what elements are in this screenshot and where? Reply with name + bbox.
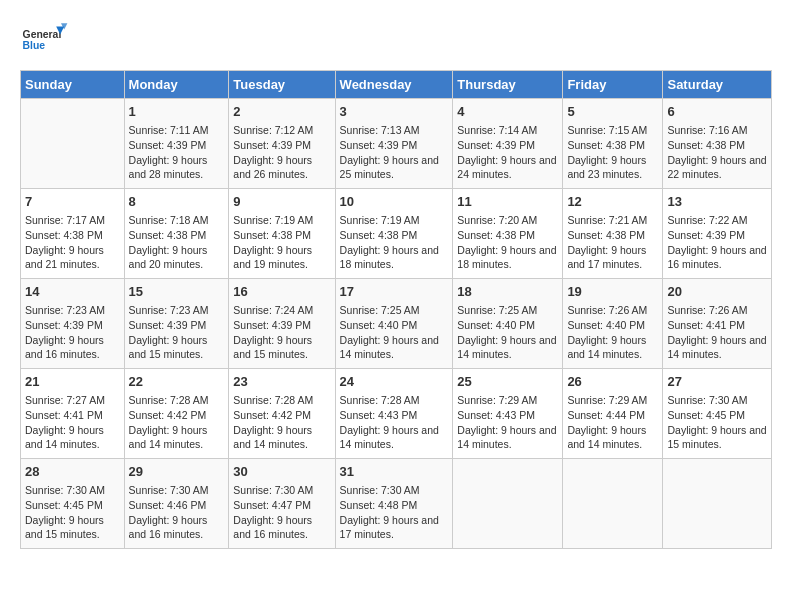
day-detail: Sunrise: 7:26 AMSunset: 4:41 PMDaylight:… xyxy=(667,303,767,362)
weekday-header-wednesday: Wednesday xyxy=(335,71,453,99)
calendar-cell: 27Sunrise: 7:30 AMSunset: 4:45 PMDayligh… xyxy=(663,369,772,459)
weekday-header-row: SundayMondayTuesdayWednesdayThursdayFrid… xyxy=(21,71,772,99)
day-detail: Sunrise: 7:29 AMSunset: 4:43 PMDaylight:… xyxy=(457,393,558,452)
day-number: 28 xyxy=(25,463,120,481)
page-header: General Blue xyxy=(20,20,772,60)
calendar-cell: 14Sunrise: 7:23 AMSunset: 4:39 PMDayligh… xyxy=(21,279,125,369)
calendar-week-2: 7Sunrise: 7:17 AMSunset: 4:38 PMDaylight… xyxy=(21,189,772,279)
calendar-cell: 2Sunrise: 7:12 AMSunset: 4:39 PMDaylight… xyxy=(229,99,335,189)
calendar-cell: 5Sunrise: 7:15 AMSunset: 4:38 PMDaylight… xyxy=(563,99,663,189)
weekday-header-saturday: Saturday xyxy=(663,71,772,99)
day-detail: Sunrise: 7:28 AMSunset: 4:43 PMDaylight:… xyxy=(340,393,449,452)
day-detail: Sunrise: 7:23 AMSunset: 4:39 PMDaylight:… xyxy=(129,303,225,362)
day-detail: Sunrise: 7:20 AMSunset: 4:38 PMDaylight:… xyxy=(457,213,558,272)
day-number: 15 xyxy=(129,283,225,301)
day-detail: Sunrise: 7:30 AMSunset: 4:47 PMDaylight:… xyxy=(233,483,330,542)
calendar-week-5: 28Sunrise: 7:30 AMSunset: 4:45 PMDayligh… xyxy=(21,459,772,549)
day-number: 16 xyxy=(233,283,330,301)
day-number: 14 xyxy=(25,283,120,301)
calendar-cell: 11Sunrise: 7:20 AMSunset: 4:38 PMDayligh… xyxy=(453,189,563,279)
day-number: 22 xyxy=(129,373,225,391)
logo-icon: General Blue xyxy=(20,20,70,60)
day-number: 27 xyxy=(667,373,767,391)
calendar-cell: 15Sunrise: 7:23 AMSunset: 4:39 PMDayligh… xyxy=(124,279,229,369)
calendar-cell: 22Sunrise: 7:28 AMSunset: 4:42 PMDayligh… xyxy=(124,369,229,459)
calendar-week-1: 1Sunrise: 7:11 AMSunset: 4:39 PMDaylight… xyxy=(21,99,772,189)
day-number: 20 xyxy=(667,283,767,301)
day-detail: Sunrise: 7:30 AMSunset: 4:45 PMDaylight:… xyxy=(25,483,120,542)
day-number: 19 xyxy=(567,283,658,301)
calendar-cell: 29Sunrise: 7:30 AMSunset: 4:46 PMDayligh… xyxy=(124,459,229,549)
day-detail: Sunrise: 7:23 AMSunset: 4:39 PMDaylight:… xyxy=(25,303,120,362)
day-number: 8 xyxy=(129,193,225,211)
calendar-cell: 10Sunrise: 7:19 AMSunset: 4:38 PMDayligh… xyxy=(335,189,453,279)
day-detail: Sunrise: 7:30 AMSunset: 4:48 PMDaylight:… xyxy=(340,483,449,542)
day-number: 25 xyxy=(457,373,558,391)
day-number: 18 xyxy=(457,283,558,301)
day-detail: Sunrise: 7:22 AMSunset: 4:39 PMDaylight:… xyxy=(667,213,767,272)
calendar-cell: 9Sunrise: 7:19 AMSunset: 4:38 PMDaylight… xyxy=(229,189,335,279)
logo: General Blue xyxy=(20,20,70,60)
calendar-cell: 17Sunrise: 7:25 AMSunset: 4:40 PMDayligh… xyxy=(335,279,453,369)
calendar-cell: 23Sunrise: 7:28 AMSunset: 4:42 PMDayligh… xyxy=(229,369,335,459)
calendar-week-3: 14Sunrise: 7:23 AMSunset: 4:39 PMDayligh… xyxy=(21,279,772,369)
calendar-cell: 19Sunrise: 7:26 AMSunset: 4:40 PMDayligh… xyxy=(563,279,663,369)
day-detail: Sunrise: 7:25 AMSunset: 4:40 PMDaylight:… xyxy=(457,303,558,362)
weekday-header-friday: Friday xyxy=(563,71,663,99)
day-number: 10 xyxy=(340,193,449,211)
day-number: 5 xyxy=(567,103,658,121)
calendar-cell: 1Sunrise: 7:11 AMSunset: 4:39 PMDaylight… xyxy=(124,99,229,189)
calendar-cell xyxy=(663,459,772,549)
day-number: 6 xyxy=(667,103,767,121)
calendar-cell: 13Sunrise: 7:22 AMSunset: 4:39 PMDayligh… xyxy=(663,189,772,279)
day-number: 7 xyxy=(25,193,120,211)
calendar-table: SundayMondayTuesdayWednesdayThursdayFrid… xyxy=(20,70,772,549)
svg-text:Blue: Blue xyxy=(23,40,46,51)
day-number: 11 xyxy=(457,193,558,211)
day-detail: Sunrise: 7:19 AMSunset: 4:38 PMDaylight:… xyxy=(233,213,330,272)
day-detail: Sunrise: 7:27 AMSunset: 4:41 PMDaylight:… xyxy=(25,393,120,452)
day-detail: Sunrise: 7:11 AMSunset: 4:39 PMDaylight:… xyxy=(129,123,225,182)
day-detail: Sunrise: 7:25 AMSunset: 4:40 PMDaylight:… xyxy=(340,303,449,362)
day-detail: Sunrise: 7:18 AMSunset: 4:38 PMDaylight:… xyxy=(129,213,225,272)
calendar-cell: 8Sunrise: 7:18 AMSunset: 4:38 PMDaylight… xyxy=(124,189,229,279)
day-number: 13 xyxy=(667,193,767,211)
day-number: 17 xyxy=(340,283,449,301)
day-number: 26 xyxy=(567,373,658,391)
calendar-cell: 20Sunrise: 7:26 AMSunset: 4:41 PMDayligh… xyxy=(663,279,772,369)
day-detail: Sunrise: 7:29 AMSunset: 4:44 PMDaylight:… xyxy=(567,393,658,452)
day-detail: Sunrise: 7:28 AMSunset: 4:42 PMDaylight:… xyxy=(233,393,330,452)
calendar-cell: 28Sunrise: 7:30 AMSunset: 4:45 PMDayligh… xyxy=(21,459,125,549)
calendar-cell xyxy=(453,459,563,549)
day-detail: Sunrise: 7:30 AMSunset: 4:45 PMDaylight:… xyxy=(667,393,767,452)
day-detail: Sunrise: 7:14 AMSunset: 4:39 PMDaylight:… xyxy=(457,123,558,182)
day-number: 12 xyxy=(567,193,658,211)
day-number: 29 xyxy=(129,463,225,481)
weekday-header-thursday: Thursday xyxy=(453,71,563,99)
day-number: 3 xyxy=(340,103,449,121)
day-detail: Sunrise: 7:28 AMSunset: 4:42 PMDaylight:… xyxy=(129,393,225,452)
calendar-week-4: 21Sunrise: 7:27 AMSunset: 4:41 PMDayligh… xyxy=(21,369,772,459)
calendar-cell: 25Sunrise: 7:29 AMSunset: 4:43 PMDayligh… xyxy=(453,369,563,459)
weekday-header-sunday: Sunday xyxy=(21,71,125,99)
calendar-cell: 3Sunrise: 7:13 AMSunset: 4:39 PMDaylight… xyxy=(335,99,453,189)
day-detail: Sunrise: 7:30 AMSunset: 4:46 PMDaylight:… xyxy=(129,483,225,542)
calendar-cell: 31Sunrise: 7:30 AMSunset: 4:48 PMDayligh… xyxy=(335,459,453,549)
calendar-cell: 26Sunrise: 7:29 AMSunset: 4:44 PMDayligh… xyxy=(563,369,663,459)
weekday-header-monday: Monday xyxy=(124,71,229,99)
calendar-cell xyxy=(563,459,663,549)
day-detail: Sunrise: 7:12 AMSunset: 4:39 PMDaylight:… xyxy=(233,123,330,182)
day-detail: Sunrise: 7:15 AMSunset: 4:38 PMDaylight:… xyxy=(567,123,658,182)
calendar-cell xyxy=(21,99,125,189)
day-detail: Sunrise: 7:21 AMSunset: 4:38 PMDaylight:… xyxy=(567,213,658,272)
calendar-cell: 4Sunrise: 7:14 AMSunset: 4:39 PMDaylight… xyxy=(453,99,563,189)
day-number: 31 xyxy=(340,463,449,481)
calendar-cell: 21Sunrise: 7:27 AMSunset: 4:41 PMDayligh… xyxy=(21,369,125,459)
day-number: 30 xyxy=(233,463,330,481)
calendar-cell: 30Sunrise: 7:30 AMSunset: 4:47 PMDayligh… xyxy=(229,459,335,549)
day-number: 1 xyxy=(129,103,225,121)
calendar-cell: 12Sunrise: 7:21 AMSunset: 4:38 PMDayligh… xyxy=(563,189,663,279)
day-detail: Sunrise: 7:13 AMSunset: 4:39 PMDaylight:… xyxy=(340,123,449,182)
calendar-cell: 18Sunrise: 7:25 AMSunset: 4:40 PMDayligh… xyxy=(453,279,563,369)
day-number: 2 xyxy=(233,103,330,121)
